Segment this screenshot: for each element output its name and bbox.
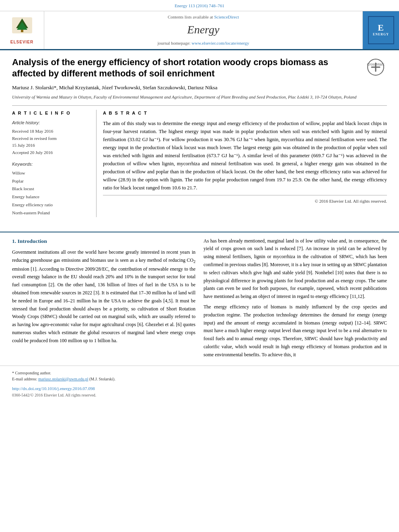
keyword-region: North-eastern Poland — [12, 209, 91, 217]
email-suffix: (M.J. Stolarski). — [89, 377, 115, 381]
elsevier-logo-area: 🌳 ELSEVIER — [0, 11, 44, 49]
corresponding-label: * Corresponding author. — [12, 371, 51, 375]
page-footer: * Corresponding author. E-mail address: … — [0, 366, 399, 401]
article-info-column: A R T I C L E I N F O Article history: R… — [12, 110, 97, 217]
crossmark-icon: CrossMark — [367, 58, 385, 76]
email-label: E-mail address: — [12, 377, 37, 381]
accepted-date: Accepted 20 July 2016 — [12, 149, 91, 156]
science-direct-label: Contents lists available at — [168, 14, 213, 19]
article-title-text: Analysis of the energy efficiency of sho… — [12, 57, 365, 80]
keyword-energy-balance: Energy balance — [12, 193, 91, 201]
article-title: Analysis of the energy efficiency of sho… — [12, 57, 361, 80]
abstract-column: A B S T R A C T The aim of this study wa… — [103, 110, 387, 217]
authors-text: Mariusz J. Stolarski*, Michał Krzyżaniak… — [12, 84, 217, 90]
article-title-area: Analysis of the energy efficiency of sho… — [12, 57, 387, 80]
elsevier-tree-icon: 🌳 — [10, 15, 34, 37]
article-history: Article history: Received 18 May 2016 Re… — [12, 119, 91, 156]
doi-link[interactable]: http://dx.doi.org/10.1016/j.energy.2016.… — [12, 386, 95, 391]
section-divider — [0, 232, 399, 232]
body-right-column: As has been already mentioned, marginal … — [204, 237, 387, 362]
keywords-label: Keywords: — [12, 161, 91, 168]
keyword-energy-efficiency: Energy efficiency ratio — [12, 201, 91, 209]
keyword-poplar: Poplar — [12, 177, 91, 185]
homepage-label: journal homepage: — [157, 41, 190, 45]
abstract-text: The aim of this study was to determine t… — [103, 119, 387, 192]
email-note: E-mail address: mariusz.stolarski@uwm.ed… — [12, 376, 387, 382]
body-left-column: 1. Introduction Government institutions … — [12, 237, 195, 362]
keyword-black-locust: Black locust — [12, 185, 91, 193]
science-direct-text: Contents lists available at ScienceDirec… — [168, 14, 239, 21]
doi-bar: http://dx.doi.org/10.1016/j.energy.2016.… — [12, 384, 387, 392]
journal-name: Energy — [187, 21, 220, 38]
homepage-link[interactable]: www.elsevier.com/locate/energy — [191, 41, 249, 45]
journal-center-info: Contents lists available at ScienceDirec… — [44, 11, 363, 49]
corresponding-author-note: * Corresponding author. — [12, 370, 387, 376]
abstract-label: A B S T R A C T — [103, 110, 387, 117]
revised-label: Received in revised form — [12, 135, 91, 142]
authors: Mariusz J. Stolarski*, Michał Krzyżaniak… — [12, 84, 387, 92]
energy-badge-letter: E — [378, 23, 384, 32]
science-direct-link[interactable]: ScienceDirect — [214, 14, 239, 19]
article-info-label: A R T I C L E I N F O — [12, 110, 91, 117]
keywords-section: Keywords: Willow Poplar Black locust Ene… — [12, 161, 91, 217]
article-info-abstract-section: A R T I C L E I N F O Article history: R… — [12, 105, 387, 217]
keyword-willow: Willow — [12, 169, 91, 177]
energy-badge: E ENERGY — [368, 16, 394, 44]
energy-badge-area: E ENERGY — [363, 11, 399, 49]
journal-reference: Energy 113 (2016) 748–761 — [0, 0, 399, 11]
journal-header: 🌳 ELSEVIER Contents lists available at S… — [0, 11, 399, 50]
homepage-line: journal homepage: www.elsevier.com/locat… — [157, 40, 249, 47]
crossmark-area: CrossMark — [365, 57, 387, 76]
body-paragraph-1: Government institutions all over the wor… — [12, 249, 195, 345]
history-label: Article history: — [12, 119, 91, 126]
article-content: Analysis of the energy efficiency of sho… — [0, 50, 399, 227]
body-content: 1. Introduction Government institutions … — [0, 237, 399, 362]
elsevier-text: ELSEVIER — [10, 39, 33, 45]
energy-badge-text: ENERGY — [373, 32, 389, 37]
issn-line: 0360-5442/© 2016 Elsevier Ltd. All right… — [12, 392, 387, 398]
page: Energy 113 (2016) 748–761 🌳 ELSEVIER Con… — [0, 0, 399, 532]
section-1-heading: 1. Introduction — [12, 237, 195, 245]
affiliation: University of Warmia and Mazury in Olszt… — [12, 94, 387, 101]
body-paragraph-3: The energy efficiency ratio of biomass i… — [204, 303, 387, 359]
journal-ref-text: Energy 113 (2016) 748–761 — [175, 3, 224, 8]
body-paragraph-2: As has been already mentioned, marginal … — [204, 237, 387, 301]
revised-date: 15 July 2016 — [12, 142, 91, 149]
copyright: © 2016 Elsevier Ltd. All rights reserved… — [103, 195, 387, 205]
received-date: Received 18 May 2016 — [12, 128, 91, 135]
email-link[interactable]: mariusz.stolarski@uwm.edu.pl — [38, 377, 88, 381]
